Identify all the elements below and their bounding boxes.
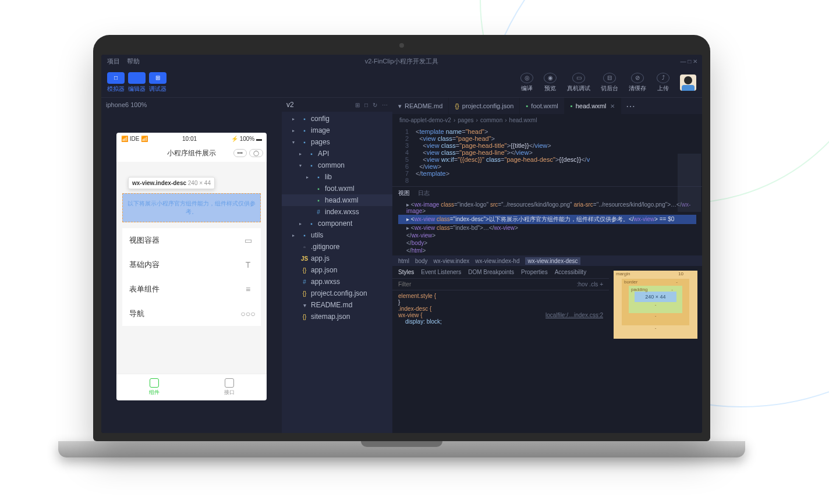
css-rules[interactable]: element.style {}.index-desc {</span></di… (392, 290, 609, 433)
row-icon: ▭ (242, 235, 254, 246)
highlighted-element[interactable]: 以下将展示小程序官方组件能力，组件样式仅供参考。 (122, 193, 261, 222)
explorer-action-icon[interactable]: ⋯ (382, 102, 388, 108)
tab-elements[interactable]: 视图 (398, 189, 410, 197)
crumb[interactable]: pages (458, 117, 473, 123)
menu-row[interactable]: 视图容器▭ (122, 228, 261, 253)
box-model: margin 10 border - padding - 240 × 4 (609, 266, 702, 433)
dom-node[interactable]: ▸ <wx-view class="index-bd">…</wx-view> (398, 224, 696, 232)
tree-node[interactable]: ▾▪common (282, 159, 392, 171)
filter-actions[interactable]: :hov .cls + (577, 281, 603, 288)
dom-node[interactable]: ▸ <wx-view class="index-desc">以下将展示小程序官方… (398, 215, 696, 224)
editor-tab[interactable]: ▪head.wxml✕ (565, 98, 621, 114)
crumb[interactable]: common (480, 117, 502, 123)
tree-node[interactable]: #index.wxss (282, 206, 392, 218)
devtools-top-tabs: 视图 日志 (392, 187, 702, 200)
capsule-menu[interactable]: ••• (233, 149, 247, 157)
filter-input[interactable] (398, 281, 572, 288)
editor-tab[interactable]: ▪foot.wxml (520, 98, 564, 114)
dom-crumb[interactable]: body (415, 258, 428, 264)
tree-node[interactable]: ▸▪config (282, 113, 392, 125)
camera-dot (399, 43, 404, 48)
tool-调试器[interactable]: ⊞调试器 (149, 72, 166, 93)
action-编译[interactable]: ◎编译 (520, 73, 533, 93)
dom-node[interactable]: </body> (398, 239, 696, 247)
action-切后台[interactable]: ⊟切后台 (601, 73, 618, 93)
styles-tab[interactable]: Styles (398, 269, 414, 275)
simulator-panel: iphone6 100% 📶 IDE 📶 10:01 ⚡ 100% ▬ 小程序组… (101, 98, 282, 433)
dom-crumb[interactable]: wx-view.index-desc (525, 257, 580, 265)
phone-tab[interactable]: 接口 (192, 374, 267, 400)
dom-crumb[interactable]: wx-view.index-hd (475, 258, 519, 264)
row-icon: ○○○ (242, 308, 254, 320)
tab-console[interactable]: 日志 (418, 189, 430, 197)
tree-node[interactable]: ▪head.wxml (282, 194, 392, 206)
dom-node[interactable]: </html> (398, 247, 696, 254)
styles-tab[interactable]: DOM Breakpoints (468, 269, 514, 275)
row-icon: ≡ (242, 283, 254, 295)
explorer-action-icon[interactable]: □ (364, 102, 368, 108)
window-controls[interactable]: — □ ✕ (680, 58, 697, 65)
editor-tabs: ▾README.md{}project.config.json▪foot.wxm… (392, 98, 702, 114)
close-icon[interactable]: ✕ (610, 103, 615, 109)
file-explorer: v2 ⊞□↻⋯ ▸▪config▸▪image▾▪pages▸▪API▾▪com… (282, 98, 392, 433)
styles-tabs: StylesEvent ListenersDOM BreakpointsProp… (392, 266, 609, 279)
action-清缓存[interactable]: ⊘清缓存 (629, 73, 646, 93)
tree-node[interactable]: ▾▪pages (282, 136, 392, 148)
tree-node[interactable]: ▪foot.wxml (282, 183, 392, 194)
tree-node[interactable]: {}project.config.json (282, 288, 392, 299)
window-title: v2-FinClip小程序开发工具 (365, 57, 439, 66)
ide-window: 项目 帮助 v2-FinClip小程序开发工具 — □ ✕ □模拟器编辑器⊞调试… (101, 55, 702, 433)
styles-tab[interactable]: Accessibility (555, 269, 586, 275)
explorer-action-icon[interactable]: ⊞ (355, 102, 360, 108)
editor-tab[interactable]: {}project.config.json (449, 98, 520, 114)
tree-node[interactable]: ▸▪API (282, 148, 392, 159)
crumb[interactable]: fino-applet-demo-v2 (399, 117, 451, 123)
tree-node[interactable]: #app.wxss (282, 276, 392, 288)
explorer-action-icon[interactable]: ↻ (373, 102, 377, 108)
status-right: ⚡ 100% ▬ (231, 136, 262, 142)
dom-node[interactable]: </wx-view> (398, 232, 696, 239)
explorer-header: v2 ⊞□↻⋯ (282, 98, 392, 112)
menu-row[interactable]: 导航○○○ (122, 301, 261, 326)
action-上传[interactable]: ⤴上传 (657, 73, 669, 93)
phone-tab[interactable]: 组件 (116, 374, 192, 400)
tree-node[interactable]: ▸▪utils (282, 229, 392, 241)
action-预览[interactable]: ◉预览 (544, 73, 557, 93)
menu-row[interactable]: 表单组件≡ (122, 277, 261, 301)
tool-编辑器[interactable]: 编辑器 (128, 72, 146, 93)
laptop-frame: 项目 帮助 v2-FinClip小程序开发工具 — □ ✕ □模拟器编辑器⊞调试… (93, 35, 710, 457)
status-time: 10:01 (182, 136, 197, 142)
styles-tab[interactable]: Properties (521, 269, 548, 275)
avatar[interactable] (680, 74, 696, 91)
tree-node[interactable]: ▫.gitignore (282, 241, 392, 253)
crumb[interactable]: head.wxml (509, 117, 537, 123)
toolbar: □模拟器编辑器⊞调试器 ◎编译◉预览▭真机调试⊟切后台⊘清缓存⤴上传 (101, 68, 702, 98)
tool-模拟器[interactable]: □模拟器 (107, 72, 125, 93)
menu-row[interactable]: 基础内容T (122, 253, 261, 277)
editor-panel: ▾README.md{}project.config.json▪foot.wxm… (392, 98, 702, 433)
dom-crumb[interactable]: wx-view.index (434, 258, 470, 264)
dom-crumb[interactable]: html (398, 258, 409, 264)
dom-tree[interactable]: ▸ <wx-image class="index-logo" src="../r… (392, 200, 702, 255)
phone-status-bar: 📶 IDE 📶 10:01 ⚡ 100% ▬ (116, 133, 267, 144)
tree-node[interactable]: {}app.json (282, 264, 392, 276)
tree-node[interactable]: ▾README.md (282, 299, 392, 311)
tree-node[interactable]: ▸▪component (282, 218, 392, 229)
tree-node[interactable]: ▸▪image (282, 125, 392, 136)
menu-project[interactable]: 项目 (107, 57, 120, 66)
editor-tab[interactable]: ▾README.md (392, 98, 449, 114)
capsule-close[interactable]: ◯ (249, 149, 263, 157)
phone-tabbar: 组件接口 (116, 374, 267, 400)
tab-overflow[interactable]: ⋯ (621, 98, 640, 114)
tree-node[interactable]: {}sitemap.json (282, 311, 392, 322)
minimap[interactable] (678, 154, 701, 212)
tree-node[interactable]: JSapp.js (282, 253, 392, 264)
project-root-label: v2 (286, 101, 294, 109)
dom-node[interactable]: ▸ <wx-image class="index-logo" src="../r… (398, 201, 696, 215)
code-editor[interactable]: 1<template name="head">2 <view class="pa… (392, 126, 702, 186)
menu-help[interactable]: 帮助 (127, 57, 140, 66)
action-真机调试[interactable]: ▭真机调试 (567, 73, 590, 93)
inspect-tooltip: wx-view.index-desc 240 × 44 (128, 177, 215, 189)
styles-tab[interactable]: Event Listeners (421, 269, 461, 275)
tree-node[interactable]: ▸▪lib (282, 171, 392, 183)
